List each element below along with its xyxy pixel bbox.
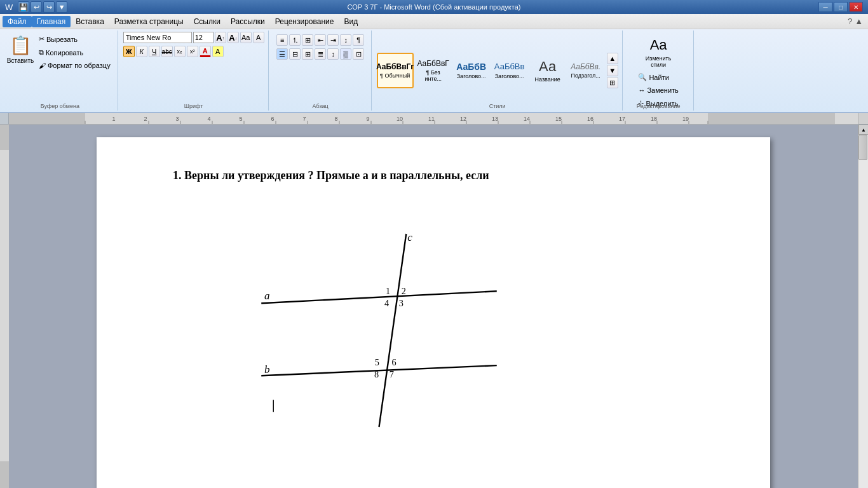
label-b: b [264,363,270,376]
styles-group-label: Стили [489,103,506,109]
ribbon: 📋 Вставить ✂ Вырезать ⧉ Копировать 🖌 Фор… [0,29,868,113]
style-title[interactable]: Аа Название [529,53,566,88]
clipboard-group: 📋 Вставить ✂ Вырезать ⧉ Копировать 🖌 Фор… [3,30,118,111]
document-content: 1. Верны ли утверждения ? Прямые а и в п… [147,163,719,445]
increase-indent-button[interactable]: ⇥ [327,34,339,46]
minimize-ribbon-icon[interactable]: ▲ [855,17,863,26]
paste-button[interactable]: 📋 Вставить [6,32,34,67]
font-group-label: Шрифт [184,103,203,109]
align-center-button[interactable]: ⊟ [289,48,301,60]
geometry-diagram: a b c 1 2 3 4 [173,198,694,439]
style-h1-label: Заголово... [457,73,486,79]
line-spacing-button[interactable]: ↕ [327,48,339,60]
styles-more-button[interactable]: ⊞ [607,77,618,88]
strikethrough-button[interactable]: abc [161,46,173,57]
menu-review[interactable]: Рецензирование [270,16,339,27]
copy-button[interactable]: ⧉ Копировать [36,46,114,58]
decrease-indent-button[interactable]: ⇤ [315,34,326,46]
styles-scroll-up-button[interactable]: ▲ [607,53,618,64]
border-button[interactable]: ⊡ [353,48,364,60]
bullets-button[interactable]: ≡ [276,34,288,46]
ruler-corner [0,113,9,124]
svg-text:2: 2 [144,116,147,122]
svg-text:7: 7 [302,116,306,122]
style-title-label: Название [535,76,560,83]
numbering-button[interactable]: ⒈ [289,34,301,46]
style-subtitle[interactable]: АаБбВв. Подзагол... [567,53,604,88]
horizontal-ruler: 1 2 3 4 5 6 7 8 9 10 11 12 13 14 15 16 1… [9,113,858,125]
scroll-area[interactable]: 1. Верны ли утверждения ? Прямые а и в п… [9,125,858,488]
svg-line-47 [379,234,407,427]
menu-refs[interactable]: Ссылки [189,16,226,27]
subscript-button[interactable]: x₂ [174,46,186,57]
redo-qat-button[interactable]: ↪ [43,1,55,13]
show-marks-button[interactable]: ¶ [353,34,364,46]
style-no-space[interactable]: АаБбВвГ ¶ Без инте... [415,53,452,88]
main-area: 1. Верны ли утверждения ? Прямые а и в п… [0,125,868,488]
style-normal[interactable]: АаБбВвГг ¶ Обычный [377,53,414,88]
save-qat-button[interactable]: 💾 [18,1,29,13]
style-heading2[interactable]: АаБбВв Заголово... [491,53,528,88]
editing-group: Аa Изменить стили 🔍 Найти ↔ Заменить ⊹ В… [624,30,694,111]
qat-more-button[interactable]: ▼ [56,1,67,13]
format-painter-icon: 🖌 [39,62,46,69]
angle-5: 5 [375,357,379,367]
style-nospace-label: ¶ Без инте... [417,69,449,82]
svg-rect-2 [708,113,835,125]
scroll-thumb[interactable] [858,135,867,160]
replace-icon: ↔ [638,86,645,94]
font-size-increase-button[interactable]: A↑ [215,32,226,43]
menu-mail[interactable]: Рассылки [226,16,270,27]
menu-view[interactable]: Вид [339,16,363,27]
font-name-input[interactable] [123,32,192,43]
replace-button[interactable]: ↔ Заменить [635,85,681,96]
font-color-button[interactable]: A [200,46,211,57]
paragraph-group-label: Абзац [313,103,329,109]
multilevel-button[interactable]: ⊞ [302,34,313,46]
menu-file[interactable]: Файл [3,16,32,27]
italic-button[interactable]: К [136,46,147,57]
clear-format-button[interactable]: Aa [240,32,252,43]
style-subtitle-label: Подзагол... [571,72,600,79]
svg-text:9: 9 [366,116,369,122]
align-right-button[interactable]: ⊞ [302,48,313,60]
menu-home[interactable]: Главная [32,16,71,27]
bold-button[interactable]: Ж [123,46,135,57]
svg-text:1: 1 [112,116,115,122]
style-nospace-preview: АаБбВвГ [417,59,449,68]
menu-insert[interactable]: Вставка [71,16,109,27]
maximize-button[interactable]: □ [834,2,848,12]
format-painter-button[interactable]: 🖌 Формат по образцу [36,60,114,71]
styles-scroll-down-button[interactable]: ▼ [607,65,618,76]
style-heading1[interactable]: АаБбВ Заголово... [453,53,490,88]
highlight-button[interactable]: A [212,46,224,57]
style-h2-preview: АаБбВв [494,62,525,72]
style-normal-preview: АаБбВвГг [376,62,414,71]
underline-button[interactable]: Ч [149,46,160,57]
font-size-input[interactable] [193,32,214,43]
menu-layout[interactable]: Разметка страницы [109,16,189,27]
diagram-svg: a b c 1 2 3 4 [173,198,694,439]
copy-format-button[interactable]: A [253,32,264,43]
change-styles-button[interactable]: Аa Изменить стили [642,34,675,70]
help-icon[interactable]: ? [848,17,852,26]
sort-button[interactable]: ↕ [340,34,351,46]
font-size-decrease-button[interactable]: A↓ [227,32,239,43]
find-button[interactable]: 🔍 Найти [635,71,681,83]
shading-button[interactable]: ▒ [340,48,351,60]
align-left-button[interactable]: ☰ [276,48,288,60]
menu-bar: Файл Главная Вставка Разметка страницы С… [0,14,868,29]
justify-button[interactable]: ≣ [315,48,326,60]
ruler-svg: 1 2 3 4 5 6 7 8 9 10 11 12 13 14 15 16 1… [9,113,858,125]
vertical-scrollbar[interactable]: ▲ ▼ [858,125,868,488]
scroll-up-button[interactable]: ▲ [858,125,868,135]
style-title-preview: Аа [539,58,556,75]
cut-button[interactable]: ✂ Вырезать [36,33,114,45]
undo-qat-button[interactable]: ↩ [31,1,42,13]
close-button[interactable]: ✕ [849,2,863,12]
minimize-button[interactable]: ─ [818,2,832,12]
superscript-button[interactable]: x² [187,46,198,57]
svg-text:3: 3 [175,116,179,122]
scroll-track[interactable] [858,135,868,488]
angle-1: 1 [386,286,390,296]
